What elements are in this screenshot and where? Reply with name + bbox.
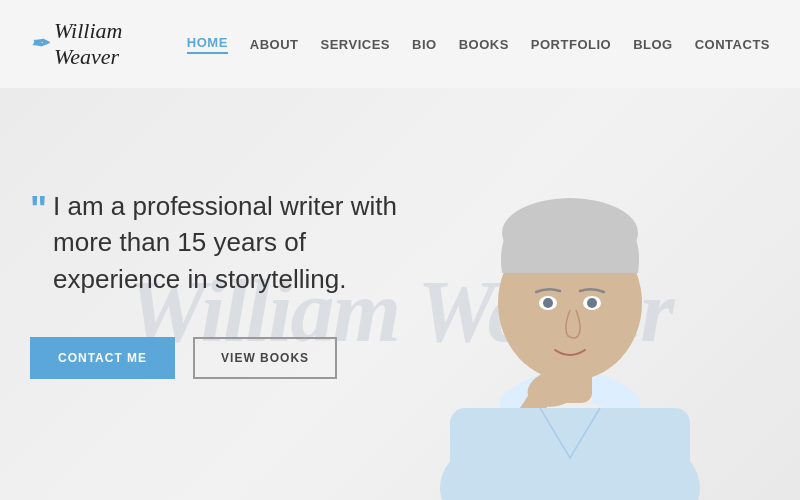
hero-buttons: CONTACT ME VIEW BOOKS xyxy=(30,337,400,379)
nav-item-books[interactable]: BOOKS xyxy=(459,37,509,52)
main-nav: HOME ABOUT SERVICES BIO BOOKS PORTFOLIO … xyxy=(187,35,770,54)
pen-icon: ✒ xyxy=(30,33,48,55)
svg-point-5 xyxy=(543,298,553,308)
logo-text: William Weaver xyxy=(54,18,187,70)
hero-section: William Weaver xyxy=(0,88,800,500)
logo: ✒ William Weaver xyxy=(30,18,187,70)
nav-item-bio[interactable]: BIO xyxy=(412,37,437,52)
quote-wrapper: " I am a professional writer with more t… xyxy=(30,188,400,297)
nav-item-home[interactable]: HOME xyxy=(187,35,228,54)
nav-item-about[interactable]: ABOUT xyxy=(250,37,299,52)
nav-item-portfolio[interactable]: PORTFOLIO xyxy=(531,37,611,52)
nav-item-blog[interactable]: BLOG xyxy=(633,37,673,52)
nav-item-services[interactable]: SERVICES xyxy=(321,37,391,52)
quote-mark-icon: " xyxy=(30,192,47,228)
hero-content: " I am a professional writer with more t… xyxy=(30,188,400,379)
nav-item-contacts[interactable]: CONTACTS xyxy=(695,37,770,52)
view-books-button[interactable]: VIEW BOOKS xyxy=(193,337,337,379)
contact-me-button[interactable]: CONTACT ME xyxy=(30,337,175,379)
person-photo xyxy=(400,118,740,500)
svg-point-7 xyxy=(587,298,597,308)
hero-tagline: I am a professional writer with more tha… xyxy=(53,188,400,297)
svg-rect-9 xyxy=(450,408,690,500)
header: ✒ William Weaver HOME ABOUT SERVICES BIO… xyxy=(0,0,800,88)
